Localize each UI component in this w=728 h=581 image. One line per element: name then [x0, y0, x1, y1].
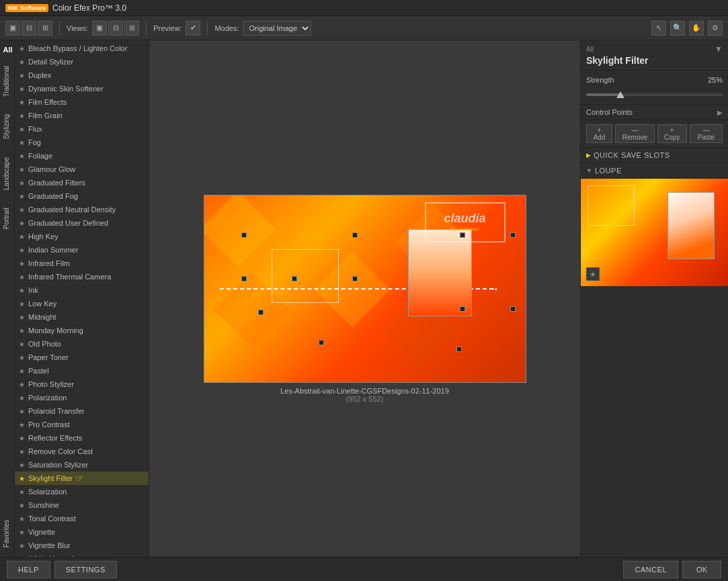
control-points-buttons: + Add — Remove + Copy — Paste: [581, 120, 728, 148]
strength-slider-thumb[interactable]: [616, 91, 624, 98]
filter-item[interactable]: ★Detail Stylizer: [15, 55, 149, 69]
filter-item[interactable]: ★Flux: [15, 122, 149, 136]
filter-item[interactable]: ★Indian Summer: [15, 243, 149, 257]
filter-list: ★Bleach Bypass / Lighten Color★Detail St…: [15, 40, 149, 557]
strength-slider-track[interactable]: [586, 93, 723, 96]
preview-checkbox-icon[interactable]: ✔: [186, 21, 200, 36]
filter-item[interactable]: ★Midnight: [15, 310, 149, 324]
filter-item[interactable]: ★Old Photo: [15, 337, 149, 351]
filter-item[interactable]: ★Ink: [15, 283, 149, 297]
toolbar-sep-3: [207, 21, 208, 35]
zoom-icon[interactable]: 🔍: [670, 21, 685, 36]
filter-item[interactable]: ★Foliage: [15, 149, 149, 163]
view-single-icon[interactable]: ▣: [5, 21, 20, 36]
nik-logo: NIK Software: [5, 4, 48, 12]
title-bar: NIK Software Color Efex Pro™ 3.0: [0, 0, 728, 16]
filter-item[interactable]: ★Film Grain: [15, 109, 149, 122]
filter-item[interactable]: ★Graduated Fog: [15, 189, 149, 203]
filter-item[interactable]: ★Vignette: [15, 525, 149, 539]
filter-item[interactable]: ★Pro Contrast: [15, 418, 149, 431]
view-split-v-icon[interactable]: ⊞: [38, 21, 52, 36]
sidebar-tab-favorites[interactable]: Favorites: [1, 512, 13, 555]
ok-button[interactable]: OK: [682, 561, 721, 578]
cp-copy-button[interactable]: + Copy: [657, 124, 687, 143]
ctrl-point[interactable]: [510, 232, 516, 238]
pan-icon[interactable]: ✋: [689, 21, 704, 36]
loupe-arrow: ▼: [586, 167, 592, 174]
ctrl-point[interactable]: [258, 310, 264, 315]
ctrl-point[interactable]: [460, 306, 465, 312]
filter-item[interactable]: ★Pastel: [15, 364, 149, 377]
filter-item[interactable]: ★Reflector Effects: [15, 431, 149, 445]
filter-item[interactable]: ★White Neutralizer: [15, 552, 149, 557]
ctrl-point[interactable]: [460, 232, 465, 238]
filter-item[interactable]: ★Film Effects: [15, 95, 149, 109]
filter-item[interactable]: ★Infrared Film: [15, 257, 149, 270]
ctrl-point[interactable]: [352, 276, 358, 281]
filter-item[interactable]: ★Bleach Bypass / Lighten Color: [15, 42, 149, 55]
filter-item[interactable]: ★Graduated User Defined: [15, 216, 149, 230]
ctrl-point[interactable]: [241, 276, 247, 281]
help-button[interactable]: HELP: [7, 561, 50, 578]
filter-item[interactable]: ★Vignette Blur: [15, 539, 149, 552]
filter-item[interactable]: ★Polaroid Transfer: [15, 404, 149, 418]
view-mode-1-icon[interactable]: ▣: [92, 21, 107, 36]
filter-item[interactable]: ★Infrared Thermal Camera: [15, 270, 149, 283]
cursor-icon[interactable]: ↖: [651, 21, 666, 36]
filter-item[interactable]: ★Dynamic Skin Softener: [15, 82, 149, 95]
filter-item[interactable]: ★Solarization: [15, 485, 149, 498]
filter-item[interactable]: ★High Key: [15, 230, 149, 243]
filter-item[interactable]: ★Graduated Neutral Density: [15, 203, 149, 216]
loupe-header[interactable]: ▼ LOUPE: [581, 163, 728, 179]
filter-item[interactable]: ★Photo Stylizer: [15, 377, 149, 391]
ctrl-point[interactable]: [510, 306, 516, 312]
filter-item[interactable]: ★Sunshine: [15, 498, 149, 512]
filter-item[interactable]: ★Polarization: [15, 391, 149, 404]
strength-slider-fill: [586, 93, 620, 96]
modes-dropdown[interactable]: Original Image Effect: [243, 21, 311, 36]
toolbar-sep-2: [146, 21, 147, 35]
filter-item[interactable]: ★Fog: [15, 136, 149, 149]
filter-item[interactable]: ★Graduated Filters: [15, 176, 149, 189]
settings-button[interactable]: SETTINGS: [54, 561, 117, 578]
cp-remove-button[interactable]: — Remove: [615, 124, 655, 143]
filter-menu-button[interactable]: ▼: [715, 44, 723, 54]
toolbar-sep-1: [59, 21, 60, 35]
ctrl-point[interactable]: [292, 276, 297, 281]
ctrl-point[interactable]: [352, 232, 358, 238]
sidebar-tab-traditional[interactable]: Traditional: [1, 58, 13, 105]
sidebar-tab-all[interactable]: All: [0, 43, 15, 56]
filter-item[interactable]: ★Skylight Filter☞: [15, 472, 149, 485]
settings-icon[interactable]: ⚙: [708, 21, 723, 36]
control-points-header[interactable]: Control Points ▶: [581, 105, 728, 120]
ctrl-point[interactable]: [319, 340, 324, 345]
loupe-star-button[interactable]: ★: [586, 267, 600, 281]
right-panel: All ▼ Skylight Filter Strength 25% Contr…: [580, 40, 728, 557]
filter-item[interactable]: ★Paper Toner: [15, 351, 149, 364]
filter-item[interactable]: ★Remove Color Cast: [15, 445, 149, 458]
sidebar-tab-stylizing[interactable]: Stylizing: [1, 106, 13, 147]
view-split-h-icon[interactable]: ⊟: [22, 21, 36, 36]
view-mode-2-icon[interactable]: ⊟: [108, 21, 123, 36]
strength-control: Strength 25%: [581, 71, 728, 105]
cp-paste-button[interactable]: — Paste: [690, 124, 723, 143]
quick-save-slots[interactable]: ▶ QUICK SAVE SLOTS: [581, 148, 728, 163]
watermark: claudia by Artlover: [425, 202, 505, 242]
preview-image-container: → claudia by Artlover: [204, 195, 526, 383]
sidebar-tab-landscape[interactable]: Landscape: [1, 149, 13, 198]
filter-item[interactable]: ★Low Key: [15, 297, 149, 310]
filter-item[interactable]: ★Saturation Stylizer: [15, 458, 149, 472]
filter-item[interactable]: ★Tonal Contrast: [15, 512, 149, 525]
cancel-button[interactable]: CANCEL: [623, 561, 678, 578]
ctrl-point[interactable]: [241, 232, 247, 238]
cp-add-button[interactable]: + Add: [586, 124, 612, 143]
filter-all-label: All: [586, 46, 594, 53]
sidebar-tab-portrait[interactable]: Portrait: [1, 199, 13, 237]
ctrl-point[interactable]: [456, 347, 462, 352]
bottom-right-buttons: CANCEL OK: [623, 561, 721, 578]
view-mode-3-icon[interactable]: ⊞: [124, 21, 139, 36]
preview-image[interactable]: → claudia by Artlover: [204, 195, 526, 383]
filter-item[interactable]: ★Monday Morning: [15, 324, 149, 337]
filter-item[interactable]: ★Duplex: [15, 69, 149, 82]
filter-item[interactable]: ★Glamour Glow: [15, 163, 149, 176]
